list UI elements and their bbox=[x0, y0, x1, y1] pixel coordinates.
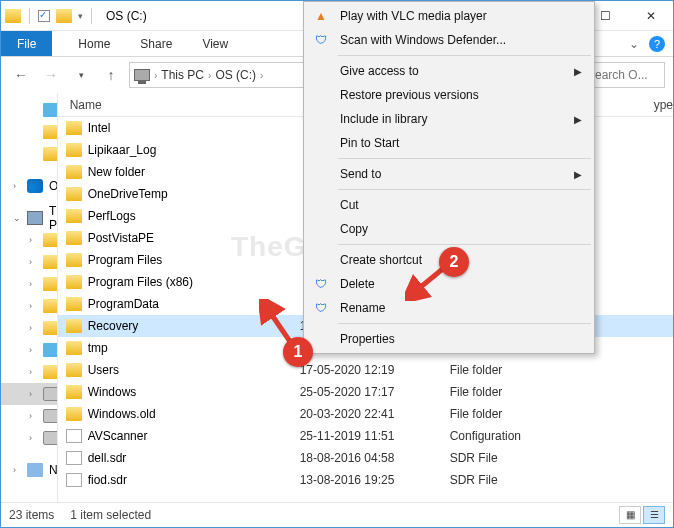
close-button[interactable]: ✕ bbox=[628, 1, 673, 31]
nav-item[interactable]: ›New Volume (E:) bbox=[1, 427, 57, 449]
file-row[interactable]: Windows.old20-03-2020 22:41File folder bbox=[58, 403, 673, 425]
quick-access-toolbar: ▾ bbox=[1, 8, 98, 24]
folder-icon bbox=[66, 341, 82, 355]
nav-item[interactable]: ⌄This PC bbox=[1, 207, 57, 229]
open-qa-icon[interactable] bbox=[56, 9, 72, 23]
up-button[interactable]: ↑ bbox=[99, 63, 123, 87]
menu-item[interactable]: Properties bbox=[306, 327, 592, 351]
search-placeholder: Search O... bbox=[587, 68, 648, 82]
folder-icon bbox=[66, 209, 82, 223]
file-name: Program Files (x86) bbox=[88, 275, 300, 289]
file-name: ProgramData bbox=[88, 297, 300, 311]
menu-item[interactable]: Restore previous versions bbox=[306, 83, 592, 107]
menu-item[interactable]: 🛡Rename bbox=[306, 296, 592, 320]
menu-label: Play with VLC media player bbox=[340, 9, 487, 23]
file-type: File folder bbox=[450, 407, 503, 421]
nav-item[interactable]: ›Downloads bbox=[1, 295, 57, 317]
file-date: 25-05-2020 17:17 bbox=[300, 385, 450, 399]
properties-qa-icon[interactable] bbox=[38, 10, 50, 22]
nav-item[interactable]: ›New Volume (D:) bbox=[1, 405, 57, 427]
menu-label: Give access to bbox=[340, 64, 419, 78]
file-row[interactable]: fiod.sdr13-08-2016 19:25SDR File bbox=[58, 469, 673, 491]
folder-icon bbox=[66, 297, 82, 311]
nav-item[interactable]: Photos bbox=[1, 121, 57, 143]
shield-icon: 🛡 bbox=[312, 275, 330, 293]
menu-label: Rename bbox=[340, 301, 385, 315]
folder-icon bbox=[66, 385, 82, 399]
crumb-thispc[interactable]: This PC bbox=[161, 68, 204, 82]
menu-label: Properties bbox=[340, 332, 395, 346]
folder-icon bbox=[43, 147, 58, 161]
nav-item[interactable]: ›3D Objects bbox=[1, 229, 57, 251]
crumb-drive[interactable]: OS (C:) bbox=[215, 68, 256, 82]
file-name: PostVistaPE bbox=[88, 231, 300, 245]
folder-icon bbox=[66, 275, 82, 289]
qa-overflow-icon[interactable]: ▾ bbox=[78, 11, 83, 21]
nav-item[interactable]: ›OS (C:) bbox=[1, 383, 57, 405]
menu-label: Scan with Windows Defender... bbox=[340, 33, 506, 47]
file-row[interactable]: AVScanner25-11-2019 11:51Configuration bbox=[58, 425, 673, 447]
file-row[interactable]: Users17-05-2020 12:19File folder bbox=[58, 359, 673, 381]
nav-item[interactable]: Pictures bbox=[1, 99, 57, 121]
folder-icon bbox=[43, 233, 58, 247]
file-name: tmp bbox=[88, 341, 300, 355]
help-icon[interactable]: ? bbox=[649, 36, 665, 52]
file-tab[interactable]: File bbox=[1, 31, 52, 56]
nav-item[interactable]: ›Pictures bbox=[1, 339, 57, 361]
nav-item[interactable]: ›Music bbox=[1, 317, 57, 339]
folder-icon bbox=[43, 125, 58, 139]
nav-item[interactable]: ›Documents bbox=[1, 273, 57, 295]
nav-pane[interactable]: PicturesPhotosVideos›OneDrive⌄This PC›3D… bbox=[1, 93, 58, 502]
file-name: OneDriveTemp bbox=[88, 187, 300, 201]
file-date: 18-08-2016 04:58 bbox=[300, 451, 450, 465]
nav-item[interactable]: Videos bbox=[1, 143, 57, 165]
file-name: PerfLogs bbox=[88, 209, 300, 223]
chevron-right-icon[interactable]: › bbox=[154, 70, 157, 81]
folder-icon bbox=[43, 365, 58, 379]
menu-label: Include in library bbox=[340, 112, 427, 126]
view-large-icons[interactable]: ▦ bbox=[619, 506, 641, 524]
nav-item[interactable]: ›Desktop bbox=[1, 251, 57, 273]
col-name[interactable]: Name bbox=[58, 98, 298, 112]
menu-item[interactable]: Give access to▶ bbox=[306, 59, 592, 83]
back-button[interactable]: ← bbox=[9, 63, 33, 87]
file-row[interactable]: Windows25-05-2020 17:17File folder bbox=[58, 381, 673, 403]
chevron-right-icon[interactable]: › bbox=[260, 70, 263, 81]
menu-item[interactable]: Pin to Start bbox=[306, 131, 592, 155]
file-name: New folder bbox=[88, 165, 300, 179]
menu-label: Send to bbox=[340, 167, 381, 181]
menu-item[interactable]: ▲Play with VLC media player bbox=[306, 4, 592, 28]
folder-icon bbox=[66, 231, 82, 245]
menu-item[interactable]: Cut bbox=[306, 193, 592, 217]
tab-home[interactable]: Home bbox=[74, 33, 114, 55]
nav-item[interactable]: ›Videos bbox=[1, 361, 57, 383]
shield-icon: 🛡 bbox=[312, 299, 330, 317]
file-name: Lipikaar_Log bbox=[88, 143, 300, 157]
submenu-arrow-icon: ▶ bbox=[574, 66, 582, 77]
file-row[interactable]: dell.sdr18-08-2016 04:58SDR File bbox=[58, 447, 673, 469]
tab-share[interactable]: Share bbox=[136, 33, 176, 55]
nav-label: This PC bbox=[49, 204, 58, 232]
file-name: Intel bbox=[88, 121, 300, 135]
menu-item[interactable]: Send to▶ bbox=[306, 162, 592, 186]
submenu-arrow-icon: ▶ bbox=[574, 169, 582, 180]
drive-icon bbox=[43, 409, 58, 423]
tab-view[interactable]: View bbox=[198, 33, 232, 55]
forward-button[interactable]: → bbox=[39, 63, 63, 87]
status-count: 23 items bbox=[9, 508, 54, 522]
vlc-icon: ▲ bbox=[312, 7, 330, 25]
thispc-icon bbox=[27, 211, 43, 225]
nav-item[interactable]: ›OneDrive bbox=[1, 175, 57, 197]
file-name: AVScanner bbox=[88, 429, 300, 443]
callout-2: 2 bbox=[439, 247, 469, 277]
menu-item[interactable]: Copy bbox=[306, 217, 592, 241]
drive-icon bbox=[43, 431, 58, 445]
chevron-right-icon[interactable]: › bbox=[208, 70, 211, 81]
recent-button[interactable]: ▾ bbox=[69, 63, 93, 87]
view-details[interactable]: ☰ bbox=[643, 506, 665, 524]
ribbon-expand-icon[interactable]: ⌄ bbox=[629, 37, 639, 51]
menu-item[interactable]: 🛡Scan with Windows Defender... bbox=[306, 28, 592, 52]
nav-item[interactable]: ›Network bbox=[1, 459, 57, 481]
menu-item[interactable]: Include in library▶ bbox=[306, 107, 592, 131]
folder-icon bbox=[66, 165, 82, 179]
